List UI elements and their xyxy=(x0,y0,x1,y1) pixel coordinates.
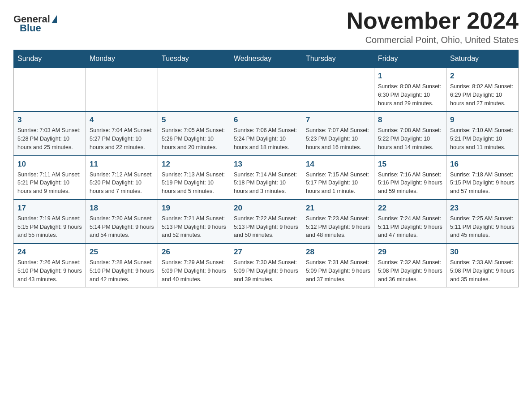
header-friday: Friday xyxy=(374,50,446,68)
day-info: Sunrise: 7:07 AM Sunset: 5:23 PM Dayligh… xyxy=(306,126,370,151)
calendar-cell-w2-d6: 8Sunrise: 7:08 AM Sunset: 5:22 PM Daylig… xyxy=(374,111,446,155)
page-header: General Blue November 2024 Commercial Po… xyxy=(13,9,519,45)
day-info: Sunrise: 7:31 AM Sunset: 5:09 PM Dayligh… xyxy=(306,258,370,283)
calendar-cell-w2-d4: 6Sunrise: 7:06 AM Sunset: 5:24 PM Daylig… xyxy=(230,111,302,155)
header-monday: Monday xyxy=(86,50,158,68)
calendar-cell-w4-d4: 20Sunrise: 7:22 AM Sunset: 5:13 PM Dayli… xyxy=(230,200,302,244)
day-number: 21 xyxy=(306,204,370,213)
week-row-3: 10Sunrise: 7:11 AM Sunset: 5:21 PM Dayli… xyxy=(14,156,519,200)
calendar-cell-w3-d4: 13Sunrise: 7:14 AM Sunset: 5:18 PM Dayli… xyxy=(230,156,302,200)
header-sunday: Sunday xyxy=(14,50,86,68)
weekday-header-row: Sunday Monday Tuesday Wednesday Thursday… xyxy=(14,50,519,68)
day-info: Sunrise: 7:12 AM Sunset: 5:20 PM Dayligh… xyxy=(90,171,154,196)
calendar-cell-w4-d2: 18Sunrise: 7:20 AM Sunset: 5:14 PM Dayli… xyxy=(86,200,158,244)
week-row-2: 3Sunrise: 7:03 AM Sunset: 5:28 PM Daylig… xyxy=(14,111,519,155)
calendar-cell-w4-d1: 17Sunrise: 7:19 AM Sunset: 5:15 PM Dayli… xyxy=(14,200,86,244)
calendar-cell-w1-d7: 2Sunrise: 8:02 AM Sunset: 6:29 PM Daylig… xyxy=(446,68,519,111)
title-area: November 2024 Commercial Point, Ohio, Un… xyxy=(347,9,519,45)
day-number: 30 xyxy=(450,248,515,257)
calendar-cell-w4-d7: 23Sunrise: 7:25 AM Sunset: 5:11 PM Dayli… xyxy=(446,200,519,244)
day-number: 18 xyxy=(90,204,154,213)
day-info: Sunrise: 7:21 AM Sunset: 5:13 PM Dayligh… xyxy=(162,214,226,240)
day-number: 17 xyxy=(17,204,82,213)
day-number: 8 xyxy=(378,116,442,124)
day-info: Sunrise: 7:05 AM Sunset: 5:26 PM Dayligh… xyxy=(162,126,226,151)
day-number: 26 xyxy=(162,248,226,257)
logo: General Blue xyxy=(13,9,58,34)
header-tuesday: Tuesday xyxy=(158,50,230,68)
day-number: 7 xyxy=(306,116,370,124)
day-number: 1 xyxy=(378,72,442,81)
day-info: Sunrise: 7:19 AM Sunset: 5:15 PM Dayligh… xyxy=(17,214,82,240)
day-number: 2 xyxy=(450,72,515,81)
location-subtitle: Commercial Point, Ohio, United States xyxy=(347,35,519,45)
day-info: Sunrise: 7:16 AM Sunset: 5:16 PM Dayligh… xyxy=(378,171,442,196)
day-info: Sunrise: 7:18 AM Sunset: 5:15 PM Dayligh… xyxy=(450,171,515,196)
day-info: Sunrise: 7:08 AM Sunset: 5:22 PM Dayligh… xyxy=(378,126,442,151)
day-number: 19 xyxy=(162,204,226,213)
day-number: 12 xyxy=(162,160,226,169)
day-info: Sunrise: 8:00 AM Sunset: 6:30 PM Dayligh… xyxy=(378,82,442,107)
calendar-cell-w1-d5 xyxy=(302,68,374,111)
calendar-table: Sunday Monday Tuesday Wednesday Thursday… xyxy=(13,50,519,287)
day-info: Sunrise: 7:29 AM Sunset: 5:09 PM Dayligh… xyxy=(162,258,226,283)
calendar-cell-w1-d6: 1Sunrise: 8:00 AM Sunset: 6:30 PM Daylig… xyxy=(374,68,446,111)
logo-blue-text: Blue xyxy=(20,22,41,34)
calendar-cell-w2-d2: 4Sunrise: 7:04 AM Sunset: 5:27 PM Daylig… xyxy=(86,111,158,155)
calendar-cell-w5-d6: 29Sunrise: 7:32 AM Sunset: 5:08 PM Dayli… xyxy=(374,244,446,287)
day-number: 23 xyxy=(450,204,515,213)
calendar-cell-w3-d2: 11Sunrise: 7:12 AM Sunset: 5:20 PM Dayli… xyxy=(86,156,158,200)
month-title: November 2024 xyxy=(347,9,519,32)
day-number: 27 xyxy=(234,248,298,257)
calendar-cell-w5-d7: 30Sunrise: 7:33 AM Sunset: 5:08 PM Dayli… xyxy=(446,244,519,287)
day-number: 28 xyxy=(306,248,370,257)
day-info: Sunrise: 7:04 AM Sunset: 5:27 PM Dayligh… xyxy=(90,126,154,151)
day-number: 29 xyxy=(378,248,442,257)
day-info: Sunrise: 7:33 AM Sunset: 5:08 PM Dayligh… xyxy=(450,258,515,283)
calendar-cell-w4-d6: 22Sunrise: 7:24 AM Sunset: 5:11 PM Dayli… xyxy=(374,200,446,244)
day-number: 14 xyxy=(306,160,370,169)
calendar-cell-w1-d1 xyxy=(14,68,86,111)
day-info: Sunrise: 8:02 AM Sunset: 6:29 PM Dayligh… xyxy=(450,82,515,107)
day-number: 9 xyxy=(450,116,515,124)
day-number: 6 xyxy=(234,116,298,124)
calendar-cell-w3-d5: 14Sunrise: 7:15 AM Sunset: 5:17 PM Dayli… xyxy=(302,156,374,200)
day-info: Sunrise: 7:06 AM Sunset: 5:24 PM Dayligh… xyxy=(234,126,298,151)
day-number: 3 xyxy=(17,116,82,124)
day-info: Sunrise: 7:13 AM Sunset: 5:19 PM Dayligh… xyxy=(162,171,226,196)
day-info: Sunrise: 7:03 AM Sunset: 5:28 PM Dayligh… xyxy=(17,126,82,151)
calendar-cell-w2-d7: 9Sunrise: 7:10 AM Sunset: 5:21 PM Daylig… xyxy=(446,111,519,155)
week-row-5: 24Sunrise: 7:26 AM Sunset: 5:10 PM Dayli… xyxy=(14,244,519,287)
calendar-cell-w5-d4: 27Sunrise: 7:30 AM Sunset: 5:09 PM Dayli… xyxy=(230,244,302,287)
day-info: Sunrise: 7:22 AM Sunset: 5:13 PM Dayligh… xyxy=(234,214,298,240)
day-info: Sunrise: 7:15 AM Sunset: 5:17 PM Dayligh… xyxy=(306,171,370,196)
header-saturday: Saturday xyxy=(446,50,519,68)
day-info: Sunrise: 7:25 AM Sunset: 5:11 PM Dayligh… xyxy=(450,214,515,240)
day-number: 25 xyxy=(90,248,154,257)
header-wednesday: Wednesday xyxy=(230,50,302,68)
day-number: 24 xyxy=(17,248,82,257)
calendar-cell-w1-d3 xyxy=(158,68,230,111)
day-info: Sunrise: 7:20 AM Sunset: 5:14 PM Dayligh… xyxy=(90,214,154,240)
day-number: 13 xyxy=(234,160,298,169)
calendar-cell-w3-d6: 15Sunrise: 7:16 AM Sunset: 5:16 PM Dayli… xyxy=(374,156,446,200)
day-number: 4 xyxy=(90,116,154,124)
day-info: Sunrise: 7:23 AM Sunset: 5:12 PM Dayligh… xyxy=(306,214,370,240)
day-number: 11 xyxy=(90,160,154,169)
day-info: Sunrise: 7:14 AM Sunset: 5:18 PM Dayligh… xyxy=(234,171,298,196)
calendar-cell-w5-d2: 25Sunrise: 7:28 AM Sunset: 5:10 PM Dayli… xyxy=(86,244,158,287)
calendar-cell-w2-d5: 7Sunrise: 7:07 AM Sunset: 5:23 PM Daylig… xyxy=(302,111,374,155)
calendar-cell-w2-d3: 5Sunrise: 7:05 AM Sunset: 5:26 PM Daylig… xyxy=(158,111,230,155)
logo-triangle-icon xyxy=(51,15,57,23)
day-info: Sunrise: 7:26 AM Sunset: 5:10 PM Dayligh… xyxy=(17,258,82,283)
calendar-cell-w5-d1: 24Sunrise: 7:26 AM Sunset: 5:10 PM Dayli… xyxy=(14,244,86,287)
day-info: Sunrise: 7:24 AM Sunset: 5:11 PM Dayligh… xyxy=(378,214,442,240)
calendar-cell-w1-d2 xyxy=(86,68,158,111)
day-number: 5 xyxy=(162,116,226,124)
day-number: 20 xyxy=(234,204,298,213)
day-number: 16 xyxy=(450,160,515,169)
calendar-cell-w3-d7: 16Sunrise: 7:18 AM Sunset: 5:15 PM Dayli… xyxy=(446,156,519,200)
calendar-cell-w5-d3: 26Sunrise: 7:29 AM Sunset: 5:09 PM Dayli… xyxy=(158,244,230,287)
calendar-cell-w4-d3: 19Sunrise: 7:21 AM Sunset: 5:13 PM Dayli… xyxy=(158,200,230,244)
day-number: 10 xyxy=(17,160,82,169)
